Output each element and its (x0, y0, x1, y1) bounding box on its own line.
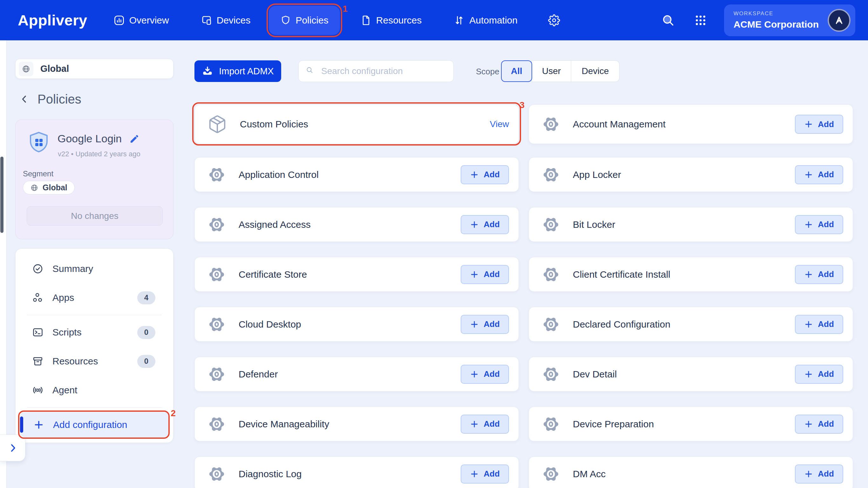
check-circle-icon (32, 263, 43, 274)
gear-icon (208, 315, 226, 334)
scope-label: Scope (476, 67, 499, 77)
add-button[interactable]: Add (461, 215, 509, 234)
workspace-switcher[interactable]: WORKSPACE ACME Corporation (724, 4, 855, 36)
add-button[interactable]: Add (461, 415, 509, 434)
plus-icon (804, 120, 813, 129)
configuration-search (298, 60, 454, 82)
add-button[interactable]: Add (795, 415, 843, 434)
nav-item-policies[interactable]: Policies (269, 6, 340, 35)
sidebar-item-summary[interactable]: Summary (32, 258, 155, 279)
card-dev-detail: Dev Detail Add (529, 357, 853, 391)
add-button[interactable]: Add (461, 365, 509, 384)
plus-icon (470, 370, 479, 379)
card-title: Defender (239, 369, 278, 380)
card-device-manageability: Device Manageability Add (194, 407, 519, 441)
sidebar-item-agent[interactable]: Agent (32, 380, 155, 400)
search-input[interactable] (321, 66, 446, 76)
sidebar-item-label: Agent (53, 385, 77, 396)
gear-icon (208, 415, 226, 433)
applivery-app: Applivery Overview Devices Policies 1 R (0, 0, 868, 488)
add-button[interactable]: Add (461, 265, 509, 284)
add-label: Add (818, 369, 834, 379)
import-admx-button[interactable]: Import ADMX (194, 60, 281, 82)
plus-icon (470, 170, 479, 179)
add-button[interactable]: Add (461, 165, 509, 184)
avatar[interactable] (828, 9, 850, 32)
add-button[interactable]: Add (795, 265, 843, 284)
policy-name: Google Login (58, 132, 122, 145)
segment-value-pill[interactable]: Global (23, 181, 75, 194)
download-icon (202, 65, 213, 77)
gear-icon (208, 165, 226, 184)
segment-label: Segment (23, 169, 53, 178)
applivery-logo[interactable]: Applivery (18, 11, 87, 29)
gear-icon (208, 365, 226, 384)
add-configuration-label: Add configuration (53, 419, 127, 430)
settings-nav-button[interactable] (548, 14, 560, 26)
nav-item-automation[interactable]: Automation (454, 14, 518, 26)
card-title: Custom Policies (240, 119, 308, 130)
add-label: Add (484, 469, 500, 479)
nav-item-resources[interactable]: Resources (360, 14, 422, 26)
policy-sidebar: Global Policies Google Login v22 • Updat… (15, 59, 174, 443)
sidebar-item-resources[interactable]: Resources 0 (32, 351, 155, 371)
document-icon (360, 14, 372, 26)
card-certificate-store: Certificate Store Add (194, 257, 519, 292)
search-button[interactable] (661, 13, 675, 27)
plus-icon (33, 419, 44, 430)
policy-shield-icon (28, 131, 49, 156)
card-title: Application Control (239, 169, 319, 180)
card-title: Dev Detail (573, 369, 617, 380)
plus-icon (804, 420, 813, 429)
add-button[interactable]: Add (795, 215, 843, 234)
no-changes-button[interactable]: No changes (27, 206, 163, 225)
shield-icon (280, 15, 291, 26)
add-button[interactable]: Add (795, 115, 843, 134)
nav-item-label: Automation (469, 15, 518, 26)
add-button[interactable]: Add (795, 365, 843, 384)
sidebar-expand-tab[interactable] (0, 435, 25, 461)
terminal-icon (32, 327, 43, 338)
add-label: Add (818, 269, 834, 279)
scope-tab-user[interactable]: User (531, 60, 571, 82)
add-button[interactable]: Add (461, 464, 509, 484)
scope-selector-value: Global (40, 64, 69, 74)
count-badge: 4 (137, 291, 155, 304)
scope-tab-device[interactable]: Device (571, 60, 620, 82)
scope-selector[interactable]: Global (15, 59, 174, 79)
add-button[interactable]: Add (795, 165, 843, 184)
nav-item-overview[interactable]: Overview (114, 14, 169, 26)
policy-title-row: Google Login (58, 132, 140, 145)
sidebar-item-label: Scripts (53, 327, 82, 338)
nav-item-devices[interactable]: Devices (201, 14, 251, 26)
rail-scrollbar-thumb[interactable] (0, 157, 3, 233)
gear-icon (208, 465, 226, 483)
card-title: Declared Configuration (573, 319, 671, 330)
add-button[interactable]: Add (461, 315, 509, 334)
sidebar-item-label: Summary (53, 264, 93, 274)
card-custom-policies[interactable]: Custom Policies View (194, 104, 519, 144)
sidebar-item-apps[interactable]: Apps 4 (32, 287, 155, 308)
scope-tab-all[interactable]: All (501, 60, 532, 82)
globe-icon (30, 184, 38, 192)
breadcrumb-back[interactable]: Policies (20, 92, 174, 107)
nav-item-label: Overview (129, 15, 169, 26)
apps-grid-button[interactable] (694, 14, 707, 27)
gear-icon (208, 265, 226, 284)
add-button[interactable]: Add (795, 315, 843, 334)
add-button[interactable]: Add (795, 464, 843, 484)
edit-pencil-icon[interactable] (129, 134, 140, 144)
plus-icon (804, 370, 813, 379)
sidebar-item-label: Resources (53, 356, 98, 367)
card-device-preparation: Device Preparation Add (529, 407, 853, 441)
gear-icon (542, 165, 560, 184)
count-badge: 0 (137, 355, 155, 368)
add-configuration-button[interactable]: Add configuration 2 (20, 412, 169, 437)
custom-policies-wrap: Custom Policies View 3 (194, 104, 519, 144)
view-link[interactable]: View (490, 119, 509, 129)
card-bit-locker: Bit Locker Add (529, 207, 853, 242)
navbar-right-cluster: WORKSPACE ACME Corporation (661, 4, 855, 36)
sidebar-item-scripts[interactable]: Scripts 0 (32, 322, 155, 342)
card-assigned-access: Assigned Access Add (194, 207, 519, 242)
policy-menu-card: Summary Apps 4 Scripts 0 Resources 0 Age… (15, 248, 174, 443)
